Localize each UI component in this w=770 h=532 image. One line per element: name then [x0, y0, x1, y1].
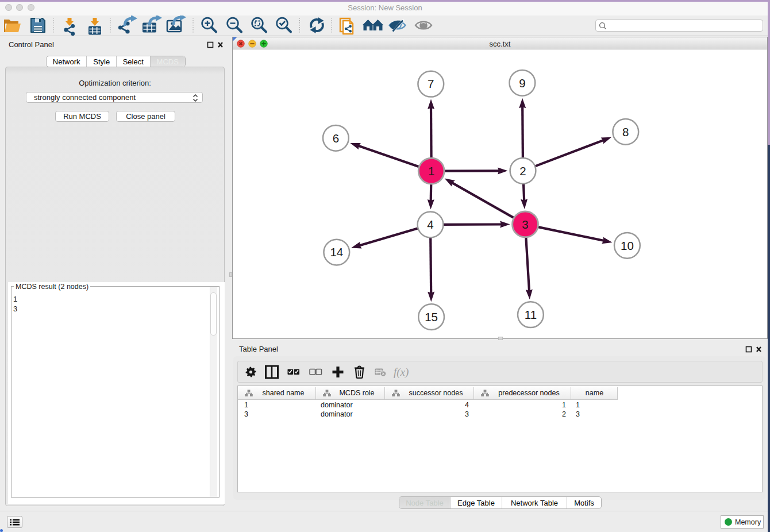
svg-text:11: 11	[525, 308, 537, 321]
svg-text:7: 7	[428, 77, 434, 90]
svg-text:f(x): f(x)	[394, 366, 409, 379]
svg-text:3: 3	[522, 218, 528, 231]
svg-text:8: 8	[622, 125, 629, 138]
svg-text:15: 15	[425, 310, 438, 323]
svg-text:4: 4	[427, 218, 433, 231]
svg-text:9: 9	[519, 76, 525, 90]
svg-text:1: 1	[428, 164, 434, 178]
svg-text:10: 10	[621, 239, 634, 252]
svg-text:2: 2	[519, 164, 526, 178]
svg-text:14: 14	[330, 245, 343, 259]
svg-text:6: 6	[333, 132, 339, 145]
